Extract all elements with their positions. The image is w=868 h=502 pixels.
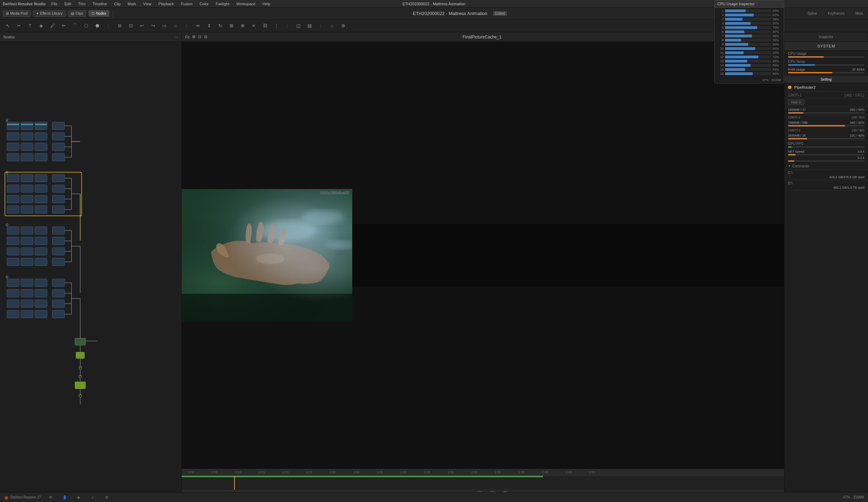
flip-h-btn[interactable]: ⇔: [193, 21, 203, 31]
svg-rect-84: [7, 300, 19, 307]
menu-fusion[interactable]: Fusion: [180, 1, 194, 7]
select-tool-btn[interactable]: ↖: [3, 21, 13, 31]
toolbar-right: Spline | Keyframes | Meta: [805, 11, 865, 16]
menu-workspace[interactable]: Workspace: [235, 1, 257, 7]
paste-btn[interactable]: ⊡: [126, 21, 136, 31]
spline-btn[interactable]: Spline: [805, 11, 819, 16]
cpu-usage-inspector[interactable]: CPU Usage Inspector 1 45% 2 62% 3 38% 4: [714, 0, 784, 83]
polygon-btn[interactable]: ⬠: [81, 21, 91, 31]
align-btn[interactable]: ≡: [249, 21, 259, 31]
paint-bucket-btn[interactable]: ⬟: [92, 21, 102, 31]
gpu-2-usage: 139 / 810: [851, 116, 865, 119]
rotate-btn[interactable]: ↻: [215, 21, 225, 31]
svg-point-123: [326, 241, 352, 249]
viewer-fit-label[interactable]: Fit: [185, 35, 189, 39]
gpu-2-temp: 34C / 42%: [850, 121, 865, 124]
tool2-btn[interactable]: ⊛: [338, 21, 348, 31]
grade-tool-btn[interactable]: ◈: [36, 21, 46, 31]
svg-rect-17: [52, 143, 65, 151]
clips-btn[interactable]: ▤ Clips: [68, 10, 86, 17]
window-title: ETH202000022 - Mattress Animation: [403, 2, 465, 6]
meta-btn[interactable]: Meta: [853, 11, 865, 16]
timeline-playhead[interactable]: [234, 476, 235, 490]
inspector-tab-settings[interactable]: Setting: [784, 76, 868, 83]
net-ul-value: 5.1 k: [858, 156, 865, 160]
pen-tool-btn[interactable]: ✏: [59, 21, 68, 31]
status-icon-2[interactable]: 👤: [60, 493, 69, 502]
hide-in-row: Hide In: [784, 98, 868, 107]
undo-btn[interactable]: ↩: [137, 21, 147, 31]
menu-fairlight[interactable]: Fairlight: [214, 1, 231, 7]
effects-library-btn[interactable]: ✦ Effects Library: [33, 10, 66, 17]
circle-btn[interactable]: ○: [171, 21, 180, 31]
cpu-inspector-bars: 1 45% 2 62% 3 38% 4 55% 5: [715, 8, 784, 78]
status-icon-3[interactable]: ◈: [74, 493, 83, 502]
timeline-track[interactable]: [182, 476, 784, 490]
viewer-title: FinalPictureCache_1: [463, 35, 501, 39]
nodes-btn[interactable]: ⬡ Nodes: [88, 10, 109, 17]
cpu-core-bar: 5 70%: [717, 26, 781, 29]
svg-rect-8: [35, 132, 47, 140]
menu-view[interactable]: View: [142, 1, 153, 7]
gpu-fps-bar-bg: [788, 146, 865, 148]
rect-btn[interactable]: ▭: [159, 21, 169, 31]
cpu-usage-bar-bg: [788, 56, 865, 58]
keyframe-btn[interactable]: Keyframes: [826, 11, 847, 16]
svg-rect-15: [52, 122, 65, 130]
status-icon-5[interactable]: ⚙: [102, 493, 111, 502]
viewer-icon-3[interactable]: ⊟: [204, 35, 207, 39]
status-icon-4[interactable]: ♫: [88, 493, 97, 502]
menu-edit[interactable]: Edit: [63, 1, 72, 7]
bg-btn[interactable]: ◫: [294, 21, 303, 31]
grid-btn[interactable]: ⊞: [226, 21, 236, 31]
cpu-status: 47% - 3106M: [843, 495, 864, 499]
menu-playback[interactable]: Playback: [157, 1, 175, 7]
media-pool-btn[interactable]: ⊞ Media Pool: [3, 10, 31, 17]
viewer-icon-2[interactable]: ⊡: [198, 35, 201, 39]
nodes-svg: [0, 42, 181, 502]
menu-file[interactable]: File: [50, 1, 59, 7]
nodes-menu-dots[interactable]: ···: [175, 35, 178, 39]
svg-rect-86: [35, 300, 47, 307]
bezier-btn[interactable]: ⌒: [70, 21, 80, 31]
menu-trim[interactable]: Trim: [77, 1, 87, 7]
menu-timeline[interactable]: Timeline: [91, 1, 108, 7]
nodes-icon: ⬡: [92, 12, 95, 15]
nodes-label: Nodes: [3, 35, 15, 39]
effects-icon: ✦: [36, 12, 39, 15]
tool1-btn[interactable]: ⌂: [327, 21, 337, 31]
hide-in-button[interactable]: Hide In: [788, 100, 804, 105]
menu-clip[interactable]: Clip: [113, 1, 122, 7]
more-btn[interactable]: ⋮: [271, 21, 281, 31]
flip-v-btn[interactable]: ⇕: [204, 21, 214, 31]
trim-tool-btn[interactable]: ✂: [14, 21, 24, 31]
link-btn[interactable]: ⛓: [260, 21, 270, 31]
menu-mark[interactable]: Mark: [126, 1, 137, 7]
separator-icon2: |: [182, 21, 191, 31]
svg-rect-92: [52, 300, 65, 307]
magnet-btn[interactable]: ⊕: [238, 21, 247, 31]
gpu-1-mem: 1956MB / 17: [788, 108, 806, 111]
comments-header[interactable]: ▼ Comments: [788, 164, 865, 168]
brush-tool-btn[interactable]: 🖊: [48, 21, 57, 31]
disk-d-row: D:\ 482.1 GB/1.8 TB used: [784, 180, 868, 191]
gpu-1-bar: [788, 112, 803, 114]
menu-color[interactable]: Color: [198, 1, 210, 7]
nodes-content[interactable]: [0, 42, 181, 502]
timeline-area[interactable]: 0:000:050:100:150:20 0:250:301:001:051:1…: [182, 468, 784, 489]
status-icon-1[interactable]: ✉: [46, 493, 55, 502]
gpu-2-id: 1080Ti-2: [788, 116, 800, 119]
svg-rect-117: [182, 189, 352, 322]
copy-btn[interactable]: ⧉: [115, 21, 124, 31]
svg-rect-14: [35, 153, 47, 161]
layer-btn[interactable]: ▤: [305, 21, 314, 31]
app-name: DaVinci Resolve Studio: [3, 2, 46, 6]
text-tool-btn[interactable]: T: [25, 21, 35, 31]
svg-rect-60: [21, 248, 33, 255]
menu-help[interactable]: Help: [261, 1, 272, 7]
gpu-3-temp: 22C / 40%: [850, 134, 865, 137]
tab-inspector[interactable]: Inspector: [784, 32, 868, 42]
cpu-core-bar: 9 50%: [717, 43, 781, 46]
redo-btn[interactable]: ↪: [148, 21, 158, 31]
viewer-icon-1[interactable]: ⊞: [192, 35, 195, 39]
